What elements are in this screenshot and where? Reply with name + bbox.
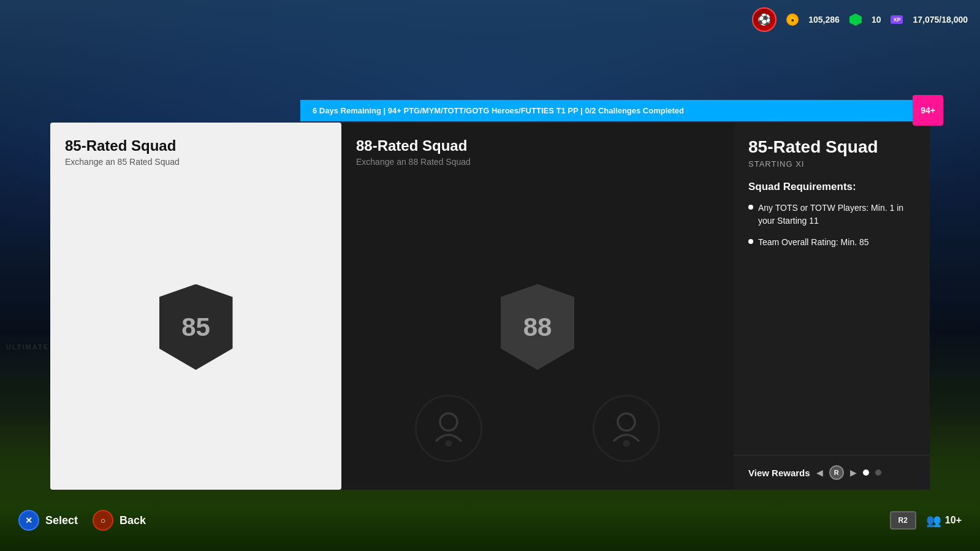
- faded-logos-area: [341, 367, 734, 490]
- o-button-icon: ○: [93, 510, 113, 531]
- players-indicator: 👥 10+: [926, 513, 962, 528]
- back-button[interactable]: ○ Back: [93, 510, 146, 531]
- rating-badge-85: 85: [159, 284, 233, 370]
- challenge-banner: 6 Days Remaining | 94+ PTG/MYM/TOTT/GOTG…: [300, 95, 943, 126]
- requirement-1: Any TOTS or TOTW Players: Min. 1 in your…: [748, 202, 915, 227]
- rating-badge-88: 88: [501, 284, 574, 370]
- bottom-nav: ✕ Select ○ Back R2 👥 10+: [0, 490, 980, 551]
- req-text-1: Any TOTS or TOTW Players: Min. 1 in your…: [758, 202, 915, 227]
- player-avatar: ⚽: [752, 7, 777, 32]
- x-button-icon: ✕: [18, 510, 39, 531]
- banner-badge: 94+: [913, 95, 943, 126]
- right-arrow-icon: ▶: [850, 468, 857, 477]
- right-nav: R2 👥 10+: [890, 511, 962, 530]
- right-panel-subtitle: STARTING XI: [748, 159, 915, 169]
- req-text-2: Team Overall Rating: Min. 85: [758, 236, 869, 249]
- svg-point-0: [440, 414, 457, 431]
- coin-icon: ●: [786, 13, 799, 26]
- svg-point-3: [623, 440, 629, 447]
- xp-value: 17,075/18,000: [913, 15, 968, 25]
- dot-2-inactive: [875, 469, 881, 476]
- card-left-title: 85-Rated Squad: [65, 137, 327, 154]
- players-count: 10+: [945, 515, 962, 526]
- select-button[interactable]: ✕ Select: [18, 510, 78, 531]
- shield-icon: [849, 13, 862, 26]
- card-middle-title: 88-Rated Squad: [356, 137, 719, 154]
- right-panel-title: 85-Rated Squad: [748, 137, 915, 157]
- faded-logo-1: [415, 395, 482, 462]
- main-content: 85-Rated Squad Exchange an 85 Rated Squa…: [50, 123, 930, 490]
- card-85-rated[interactable]: 85-Rated Squad Exchange an 85 Rated Squa…: [50, 123, 341, 490]
- card-middle-subtitle: Exchange an 88 Rated Squad: [356, 157, 719, 167]
- requirements-title: Squad Requirements:: [748, 181, 915, 193]
- rating-number-88: 88: [523, 313, 552, 342]
- req-dot-2: [748, 239, 753, 244]
- shield-value: 10: [872, 15, 881, 25]
- coin-value: 105,286: [808, 15, 840, 25]
- rating-number-85: 85: [181, 313, 210, 342]
- svg-point-1: [445, 440, 452, 447]
- svg-point-2: [618, 414, 635, 431]
- top-hud: ⚽ ● 105,286 10 XP 17,075/18,000: [740, 0, 980, 39]
- view-rewards-label: View Rewards: [748, 468, 810, 478]
- dot-1-active: [863, 469, 869, 476]
- card-left-badge-area: 85: [65, 179, 327, 475]
- card-88-rated[interactable]: 88-Rated Squad Exchange an 88 Rated Squa…: [341, 123, 734, 490]
- requirement-2: Team Overall Rating: Min. 85: [748, 236, 915, 249]
- players-icon: 👥: [926, 513, 941, 528]
- req-dot-1: [748, 205, 753, 210]
- r2-button[interactable]: R2: [890, 511, 916, 530]
- left-arrow-icon: ◀: [816, 468, 823, 477]
- card-left-subtitle: Exchange an 85 Rated Squad: [65, 157, 327, 167]
- r-button[interactable]: R: [829, 465, 844, 480]
- view-rewards-bar[interactable]: View Rewards ◀ R ▶: [734, 455, 930, 490]
- banner-text: 6 Days Remaining | 94+ PTG/MYM/TOTT/GOTG…: [300, 100, 913, 121]
- right-panel: 85-Rated Squad STARTING XI Squad Require…: [734, 123, 930, 490]
- select-label: Select: [45, 514, 78, 527]
- back-label: Back: [120, 514, 146, 527]
- xp-icon: XP: [891, 15, 903, 24]
- faded-logo-2: [593, 395, 660, 462]
